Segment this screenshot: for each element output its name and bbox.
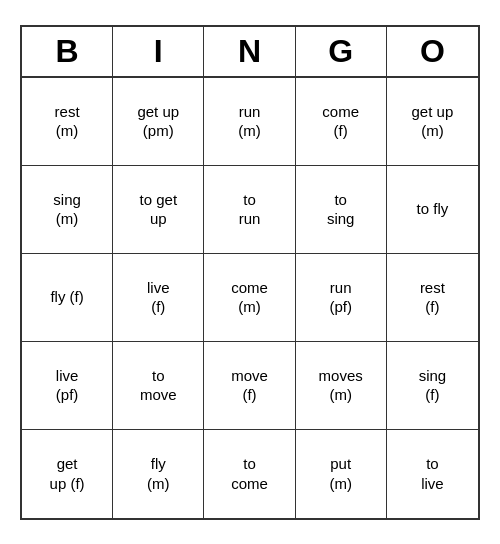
- bingo-cell[interactable]: get up (f): [22, 430, 113, 518]
- bingo-cell[interactable]: moves (m): [296, 342, 387, 430]
- bingo-cell[interactable]: move (f): [204, 342, 295, 430]
- bingo-cell[interactable]: rest (m): [22, 78, 113, 166]
- bingo-cell[interactable]: put (m): [296, 430, 387, 518]
- bingo-cell[interactable]: to fly: [387, 166, 478, 254]
- header-letter: G: [296, 27, 387, 76]
- bingo-cell[interactable]: run (pf): [296, 254, 387, 342]
- bingo-cell[interactable]: fly (m): [113, 430, 204, 518]
- bingo-cell[interactable]: to move: [113, 342, 204, 430]
- bingo-cell[interactable]: come (m): [204, 254, 295, 342]
- bingo-cell[interactable]: get up (m): [387, 78, 478, 166]
- bingo-cell[interactable]: get up (pm): [113, 78, 204, 166]
- bingo-cell[interactable]: to come: [204, 430, 295, 518]
- bingo-header: BINGO: [22, 27, 478, 78]
- bingo-cell[interactable]: to sing: [296, 166, 387, 254]
- bingo-cell[interactable]: to run: [204, 166, 295, 254]
- bingo-card: BINGO rest (m)get up (pm)run (m)come (f)…: [20, 25, 480, 520]
- bingo-cell[interactable]: fly (f): [22, 254, 113, 342]
- bingo-cell[interactable]: to live: [387, 430, 478, 518]
- bingo-cell[interactable]: run (m): [204, 78, 295, 166]
- bingo-cell[interactable]: sing (f): [387, 342, 478, 430]
- bingo-body: rest (m)get up (pm)run (m)come (f)get up…: [22, 78, 478, 518]
- bingo-cell[interactable]: live (pf): [22, 342, 113, 430]
- header-letter: O: [387, 27, 478, 76]
- header-letter: I: [113, 27, 204, 76]
- bingo-cell[interactable]: live (f): [113, 254, 204, 342]
- bingo-cell[interactable]: to get up: [113, 166, 204, 254]
- bingo-cell[interactable]: come (f): [296, 78, 387, 166]
- bingo-cell[interactable]: rest (f): [387, 254, 478, 342]
- bingo-cell[interactable]: sing (m): [22, 166, 113, 254]
- header-letter: B: [22, 27, 113, 76]
- header-letter: N: [204, 27, 295, 76]
